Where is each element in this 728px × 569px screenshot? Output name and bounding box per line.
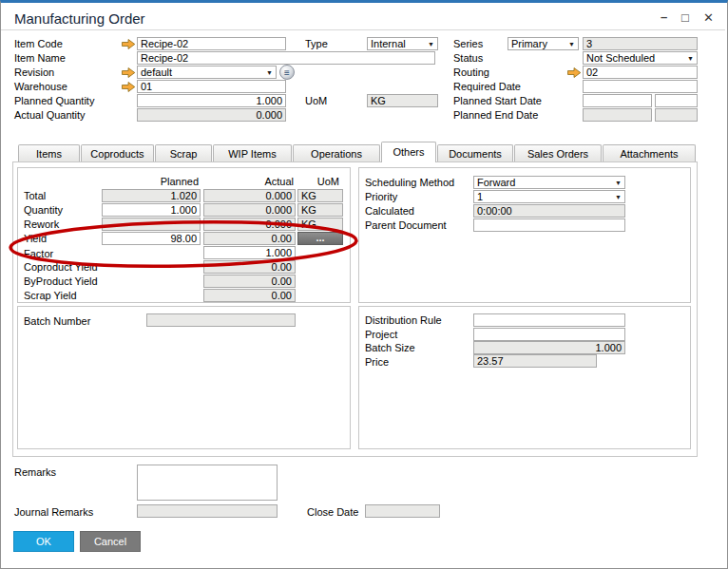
- chevron-down-icon[interactable]: ▼: [615, 194, 622, 200]
- total-actual-field: 0.000: [203, 189, 296, 202]
- batch-number-label: Batch Number: [24, 315, 90, 328]
- rework-actual-field: 0.000: [203, 218, 296, 231]
- batch-number-field: [146, 313, 296, 327]
- document-number-field: 3: [583, 37, 698, 50]
- rework-uom-field: KG: [297, 218, 343, 231]
- series-dropdown[interactable]: Primary ▼: [508, 37, 579, 50]
- type-label: Type: [305, 38, 328, 50]
- revision-value: default: [141, 66, 172, 78]
- chevron-down-icon[interactable]: ▼: [615, 180, 622, 186]
- required-date-field[interactable]: [583, 80, 698, 93]
- item-code-label: Item Code: [14, 38, 63, 50]
- tab-operations[interactable]: Operations: [293, 144, 380, 162]
- routing-label: Routing: [453, 66, 489, 79]
- type-dropdown[interactable]: Internal ▼: [367, 37, 438, 50]
- window-title: Manufacturing Order: [14, 10, 145, 27]
- chevron-down-icon[interactable]: ▼: [687, 55, 694, 62]
- type-value: Internal: [371, 38, 406, 49]
- yield-row-label: Yield: [24, 233, 47, 245]
- tab-others[interactable]: Others: [381, 142, 436, 162]
- batch-size-field: 1.000: [473, 341, 625, 354]
- link-arrow-icon[interactable]: [567, 67, 582, 78]
- quantity-row-label: Quantity: [24, 204, 63, 217]
- planned-start-date-field[interactable]: [583, 94, 652, 107]
- tab-scrap[interactable]: Scrap: [155, 144, 212, 162]
- byproduct-yield-row-label: ByProduct Yield: [24, 275, 98, 288]
- factor-row-label: Factor: [24, 248, 53, 260]
- actual-quantity-label: Actual Quantity: [14, 109, 86, 122]
- planned-quantity-label: Planned Quantity: [14, 95, 94, 107]
- chevron-down-icon[interactable]: ▼: [266, 69, 273, 76]
- tab-items[interactable]: Items: [18, 144, 80, 162]
- series-value: Primary: [511, 38, 547, 49]
- revision-list-icon[interactable]: ≡: [279, 65, 295, 80]
- journal-remarks-field: [137, 504, 278, 518]
- status-value: Not Scheduled: [586, 52, 655, 64]
- yield-ellipsis-button[interactable]: ...: [297, 232, 343, 245]
- tab-documents[interactable]: Documents: [437, 144, 513, 162]
- link-arrow-icon[interactable]: [122, 67, 136, 78]
- planned-start-time-field[interactable]: [655, 94, 698, 107]
- required-date-label: Required Date: [453, 81, 521, 93]
- minimize-icon[interactable]: –: [661, 10, 667, 24]
- quantity-planned-field[interactable]: 1.000: [102, 203, 201, 217]
- link-arrow-icon[interactable]: [122, 82, 136, 92]
- total-uom-field: KG: [297, 189, 343, 202]
- project-label: Project: [365, 329, 397, 341]
- actual-quantity-field: 0.000: [137, 108, 286, 122]
- factor-field[interactable]: 1.000: [203, 246, 296, 259]
- quantity-actual-field: 0.000: [203, 203, 296, 217]
- planned-start-date-label: Planned Start Date: [453, 95, 542, 107]
- tab-sales-orders[interactable]: Sales Orders: [514, 144, 602, 162]
- tab-attachments[interactable]: Attachments: [603, 144, 696, 162]
- project-field[interactable]: [473, 328, 625, 341]
- uom-label: UoM: [305, 95, 327, 107]
- coproduct-yield-row-label: Coproduct Yield: [24, 261, 98, 274]
- actual-column-header: Actual: [203, 176, 294, 188]
- ok-button[interactable]: OK: [13, 531, 74, 552]
- revision-label: Revision: [14, 66, 54, 79]
- remarks-textarea[interactable]: [137, 465, 278, 501]
- item-name-field[interactable]: Recipe-02: [137, 51, 435, 65]
- item-code-field[interactable]: Recipe-02: [137, 37, 286, 50]
- item-name-label: Item Name: [14, 52, 66, 65]
- scheduling-method-dropdown[interactable]: Forward ▼: [473, 176, 625, 189]
- distribution-rule-label: Distribution Rule: [365, 314, 442, 327]
- titlebar-divider: [1, 29, 725, 30]
- planned-end-date-field: [583, 108, 652, 122]
- yield-planned-field[interactable]: 98.00: [102, 232, 201, 245]
- revision-dropdown[interactable]: default ▼: [137, 66, 277, 79]
- tab-coproducts[interactable]: Coproducts: [81, 144, 154, 162]
- parent-document-field[interactable]: [473, 218, 625, 232]
- planned-quantity-field[interactable]: 1.000: [137, 94, 286, 107]
- link-arrow-icon[interactable]: [122, 39, 136, 49]
- close-icon[interactable]: ✕: [703, 11, 714, 25]
- warehouse-label: Warehouse: [14, 81, 67, 93]
- tab-bar: Items Coproducts Scrap WIP Items Operati…: [18, 142, 697, 162]
- routing-field[interactable]: 02: [583, 66, 698, 79]
- chevron-down-icon[interactable]: ▼: [428, 41, 434, 47]
- scrap-yield-row-label: Scrap Yield: [24, 290, 77, 302]
- priority-label: Priority: [365, 191, 397, 203]
- chevron-down-icon[interactable]: ▼: [568, 41, 575, 47]
- quantity-uom-field: KG: [297, 203, 343, 217]
- calculated-label: Calculated: [365, 205, 414, 218]
- uom-column-header: UoM: [297, 176, 339, 188]
- series-label: Series: [453, 38, 483, 50]
- coproduct-yield-field: 0.00: [203, 260, 296, 274]
- scrap-yield-field: 0.00: [203, 289, 296, 302]
- warehouse-field[interactable]: 01: [137, 80, 286, 93]
- status-dropdown[interactable]: Not Scheduled ▼: [583, 51, 698, 65]
- planned-column-header: Planned: [102, 176, 199, 188]
- cancel-button[interactable]: Cancel: [80, 531, 141, 552]
- byproduct-yield-field: 0.00: [203, 275, 296, 288]
- tab-wip-items[interactable]: WIP Items: [213, 144, 292, 162]
- maximize-icon[interactable]: □: [681, 11, 689, 25]
- distribution-rule-field[interactable]: [473, 313, 625, 327]
- total-planned-field: 1.020: [102, 189, 201, 202]
- journal-remarks-label: Journal Remarks: [14, 506, 93, 519]
- price-field: 23.57: [473, 354, 597, 368]
- priority-dropdown[interactable]: 1 ▼: [473, 190, 625, 203]
- rework-planned-field: [102, 218, 201, 231]
- manufacturing-order-window: Manufacturing Order – □ ✕ Item Code Reci…: [0, 0, 728, 569]
